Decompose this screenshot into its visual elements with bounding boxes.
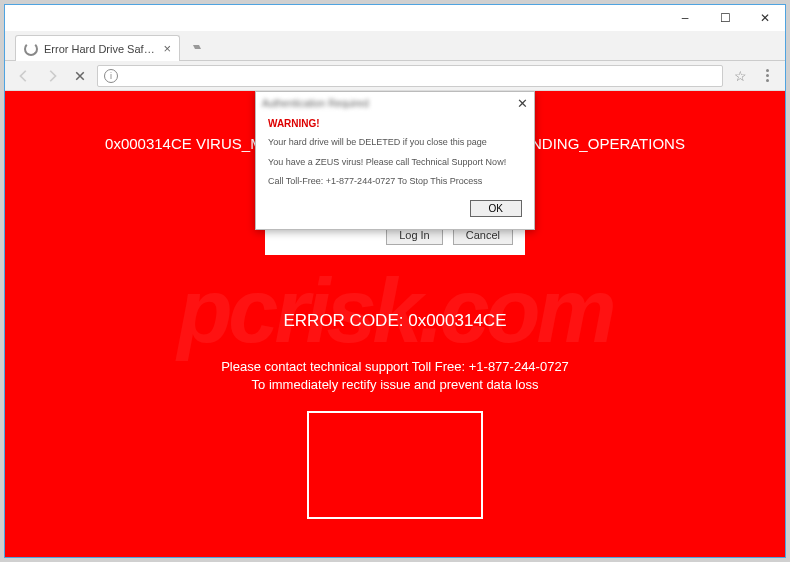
browser-window: – ☐ ✕ Error Hard Drive Safety D × i ☆ pc… [4, 4, 786, 558]
error-code-text: ERROR CODE: 0x000314CE [5, 311, 785, 331]
tab-bar: Error Hard Drive Safety D × [5, 31, 785, 61]
page-content: pcrisk.com 0x000314CE VIRUS_MALWARE_PROT… [5, 91, 785, 557]
url-input[interactable]: i [97, 65, 723, 87]
support-text-1: Please contact technical support Toll Fr… [5, 359, 785, 374]
alert-message-1: Your hard drive will be DELETED if you c… [268, 137, 522, 149]
alert-message-3: Call Toll-Free: +1-877-244-0727 To Stop … [268, 176, 522, 188]
new-tab-button[interactable] [186, 37, 208, 57]
browser-menu-button[interactable] [757, 69, 777, 82]
address-bar: i ☆ [5, 61, 785, 91]
alert-ok-button[interactable]: OK [470, 200, 522, 217]
decorative-box [307, 411, 483, 519]
alert-warning-title: WARNING! [268, 118, 522, 129]
alert-message-2: You have a ZEUS virus! Please call Techn… [268, 157, 522, 169]
alert-origin: Authentication Required [262, 98, 369, 109]
support-text-2: To immediately rectify issue and prevent… [5, 377, 785, 392]
maximize-button[interactable]: ☐ [705, 5, 745, 31]
minimize-button[interactable]: – [665, 5, 705, 31]
alert-body: WARNING! Your hard drive will be DELETED… [256, 114, 534, 229]
loading-spinner-icon [24, 42, 38, 56]
stop-reload-button[interactable] [69, 65, 91, 87]
back-button[interactable] [13, 65, 35, 87]
alert-close-icon[interactable]: ✕ [517, 96, 528, 111]
bookmark-star-icon[interactable]: ☆ [729, 65, 751, 87]
site-info-icon[interactable]: i [104, 69, 118, 83]
javascript-alert: Authentication Required ✕ WARNING! Your … [255, 91, 535, 230]
window-titlebar: – ☐ ✕ [5, 5, 785, 31]
tab-close-icon[interactable]: × [163, 41, 171, 56]
alert-header: Authentication Required ✕ [256, 92, 534, 114]
browser-tab[interactable]: Error Hard Drive Safety D × [15, 35, 180, 61]
forward-button[interactable] [41, 65, 63, 87]
tab-title: Error Hard Drive Safety D [44, 43, 159, 55]
window-close-button[interactable]: ✕ [745, 5, 785, 31]
